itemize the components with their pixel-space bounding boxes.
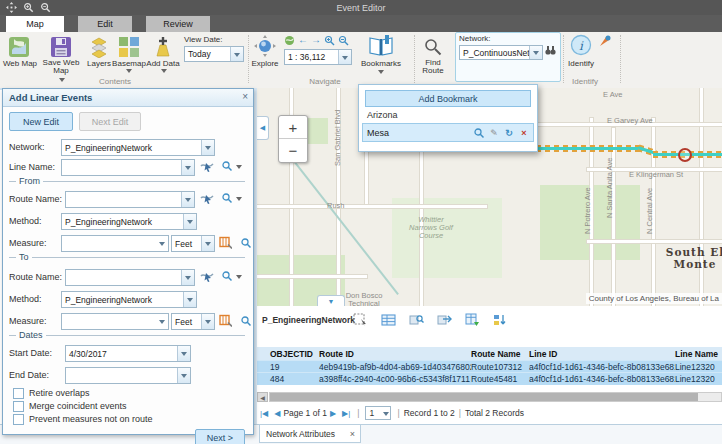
full-extent-icon[interactable] [284,35,295,46]
zoom-in-tool-icon[interactable] [324,35,335,46]
column-header-objectid[interactable]: OBJECTID [257,349,319,359]
panel-network-select[interactable]: P_EngineeringNetwork [61,139,215,156]
add-data-button[interactable]: Add Data [144,59,182,68]
to-route-zoom-caret-icon[interactable] [236,275,242,282]
column-header-route-name[interactable]: Route Name [471,349,529,359]
next-page-icon[interactable]: ▶ [330,409,336,418]
to-route-caret-icon[interactable] [181,270,194,285]
tab-review[interactable]: Review [146,16,210,32]
first-page-icon[interactable]: |◀ [260,409,268,418]
layers-icon[interactable] [88,36,110,58]
map-scale-caret-icon[interactable] [338,50,351,64]
prev-page-icon[interactable]: ◀ [274,409,280,418]
from-measure-input[interactable] [61,235,169,252]
zoom-to-selected-icon[interactable] [409,313,424,327]
bookmark-edit-icon[interactable]: ✎ [488,127,500,139]
from-route-zoom-icon[interactable] [221,191,233,205]
pan-to-selected-icon[interactable] [437,313,452,327]
new-edit-button[interactable]: New Edit [9,112,73,131]
to-measure-picker-icon[interactable] [219,313,232,327]
web-map-icon[interactable] [8,36,30,58]
basemap-icon[interactable] [118,36,140,58]
from-measure-caret-icon[interactable] [156,236,168,251]
select-records-icon[interactable] [353,313,368,327]
identify-button[interactable]: Identify [566,59,596,68]
explore-icon[interactable] [254,35,276,57]
map-zoom-out-button[interactable]: − [279,139,307,161]
tab-edit[interactable]: Edit [78,16,132,32]
line-zoom-icon[interactable] [221,159,233,173]
map-zoom-in-button[interactable]: + [279,116,307,139]
tab-map[interactable]: Map [6,16,64,32]
bookmark-item-arizona[interactable]: Arizona [367,110,398,120]
scroll-left-arrow-icon[interactable]: ◀ [257,392,268,402]
retire-overlaps-checkbox[interactable] [13,388,24,399]
end-date-caret-icon[interactable] [177,368,190,383]
to-unit-caret-icon[interactable] [201,314,214,329]
identify-icon[interactable]: i [570,34,592,56]
from-measure-picker-icon[interactable] [219,235,232,249]
map-scale-select[interactable]: 1 : 36,112 [284,49,352,65]
collapse-panel-arrow[interactable]: ◀ [257,116,269,140]
scrollbar-thumb[interactable] [270,393,698,401]
from-method-select[interactable]: P_EngineeringNetwork [61,213,197,230]
view-date-select[interactable]: Today [184,46,244,62]
sort-icon[interactable] [493,313,508,327]
explore-button[interactable]: Explore [246,59,284,68]
to-measure-input[interactable] [61,313,169,330]
tab-network-attributes[interactable]: Network Attributes × [259,425,361,443]
from-unit-select[interactable]: Feet [171,235,215,252]
page-select-caret-icon[interactable] [383,412,389,419]
basemap-caret-icon[interactable] [126,69,132,76]
network-select[interactable]: P_ContinuousNetwork [459,45,543,60]
from-unit-caret-icon[interactable] [201,236,214,251]
next-extent-icon[interactable]: → [311,34,322,45]
end-date-input[interactable] [65,367,191,384]
from-measure-zoom-icon[interactable] [240,236,252,250]
start-date-input[interactable]: 4/30/2017 [65,345,191,362]
search-routes-icon[interactable] [544,44,557,57]
from-method-caret-icon[interactable] [183,214,196,229]
to-measure-caret-icon[interactable] [156,314,168,329]
bookmark-item-mesa[interactable]: Mesa ✎ ↻ × [362,123,534,142]
to-measure-zoom-icon[interactable] [240,314,252,328]
bookmarks-caret-icon[interactable] [378,70,384,77]
prevent-measures-checkbox[interactable] [13,414,24,425]
zoom-out-tool-icon[interactable] [338,35,349,46]
basemap-button[interactable]: Basemap [110,59,148,68]
save-web-map-icon[interactable] [50,36,72,58]
start-date-caret-icon[interactable] [177,346,190,361]
last-page-icon[interactable]: ▶| [342,409,350,418]
to-method-caret-icon[interactable] [183,292,196,307]
table-icon[interactable] [381,313,396,327]
find-route-button-line2[interactable]: Route [416,66,450,75]
next-button[interactable]: Next > [195,429,245,444]
from-select-route-on-map-icon[interactable] [199,191,215,205]
add-bookmark-button[interactable]: Add Bookmark [365,90,531,107]
tab-close-icon[interactable]: × [350,429,355,439]
column-header-line-id[interactable]: Line ID [529,349,675,359]
bookmark-zoom-icon[interactable] [473,127,485,139]
bookmarks-button[interactable]: Bookmarks [356,59,406,68]
to-route-zoom-icon[interactable] [221,269,233,283]
merge-coincident-checkbox[interactable] [13,401,24,412]
from-route-name-select[interactable] [65,191,195,208]
table-horizontal-scrollbar[interactable]: ◀ [257,392,722,402]
save-web-map-button[interactable]: Save Web Map [42,59,80,75]
add-data-caret-icon[interactable] [161,69,167,76]
prev-extent-icon[interactable]: ← [298,34,309,45]
panel-close-icon[interactable]: × [242,91,248,102]
column-header-line-name[interactable]: Line Name [675,349,722,359]
attribute-set-icon[interactable] [465,313,480,327]
view-date-caret-icon[interactable] [230,47,243,61]
to-unit-select[interactable]: Feet [171,313,215,330]
from-route-zoom-caret-icon[interactable] [236,197,242,204]
from-route-caret-icon[interactable] [181,192,194,207]
panel-network-caret-icon[interactable] [201,140,214,155]
bookmarks-icon[interactable] [368,34,394,58]
select-line-on-map-icon[interactable] [199,159,215,173]
page-select[interactable]: 1 [365,406,391,420]
to-route-name-select[interactable] [65,269,195,286]
web-map-button[interactable]: Web Map [0,59,40,68]
line-zoom-caret-icon[interactable] [236,165,242,172]
